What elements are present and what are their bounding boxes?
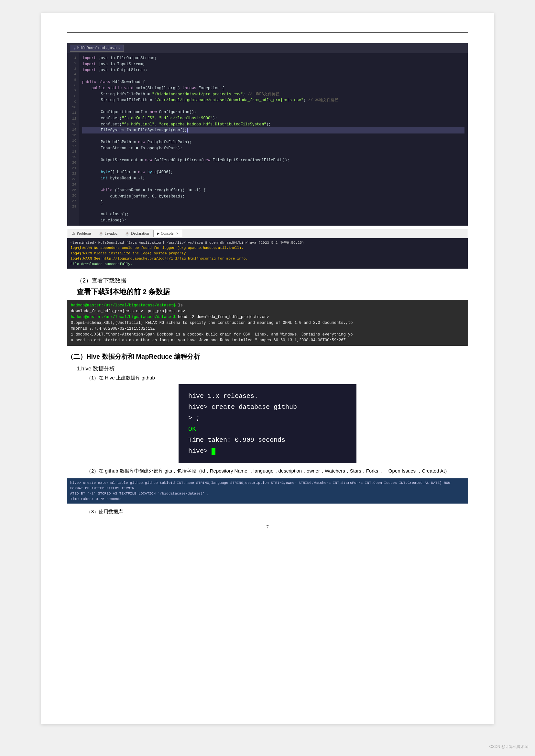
- section-h2: （二）Hive 数据分析和 MapReduce 编程分析: [67, 352, 468, 361]
- hive-h4-1: （1）在 Hive 上建数据库 github: [86, 375, 468, 381]
- javadoc-icon: ☕: [99, 231, 103, 236]
- editor-tab-bar: ☕ HdfsDownload.java ✕: [67, 43, 468, 53]
- console-icon: ▶: [157, 231, 159, 236]
- console-line-3: log4j:WARN See http://logging.apache.org…: [70, 256, 465, 261]
- hive-line-4: OK: [188, 424, 347, 435]
- hive-line-5: Time taken: 0.909 seconds: [188, 435, 347, 446]
- tab-close-icon[interactable]: ✕: [118, 46, 120, 50]
- watermark: CSDN @计算机魔术师: [489, 744, 528, 749]
- tab-console-close[interactable]: ✕: [176, 232, 179, 235]
- small-terminal: hive> create external table github.githu…: [67, 478, 468, 503]
- hive-terminal: hive 1.x releases. hive> create database…: [179, 384, 356, 463]
- console-line-1: log4j:WARN No appenders could be found f…: [70, 245, 465, 251]
- hive-h3: 1.hive 数据分析: [77, 365, 468, 372]
- hive-line-1: hive 1.x releases.: [188, 391, 347, 402]
- hive-h4-3: （3）使用数据库: [86, 509, 468, 515]
- paragraph-1: （2）在 github 数据库中创建外部库 gits，包括字段（id，Repos…: [77, 466, 468, 475]
- small-terminal-line-2: ATED BY '\t' STORED AS TEXTFILE LOCATION…: [70, 491, 465, 497]
- console-line-2: log4j:WARN Please initialize the log4j s…: [70, 251, 465, 256]
- console-output: <terminated> HdfsDownload [Java Applicat…: [67, 238, 468, 269]
- section2-num: （2）查看下载数据: [77, 277, 468, 284]
- small-terminal-line-1: hive> create external table github.githu…: [70, 480, 465, 491]
- tab-console[interactable]: ▶ Console ✕: [153, 230, 182, 237]
- small-terminal-line-3: Time taken: 0.75 seconds: [70, 497, 465, 502]
- tab-problems[interactable]: ⚠ Problems: [69, 230, 95, 237]
- terminal-line-6: 1,docbook,XSLT,"Short-Attention-Span Doc…: [71, 332, 464, 338]
- terminal-1: hadoop@master:/usr/local/bigdatacase/dat…: [67, 300, 468, 346]
- terminal-line-5: mmorrls,7,7,4,0,2008-02-11T15:02:13Z: [71, 326, 464, 332]
- page-number: 7: [67, 525, 468, 533]
- eclipse-bottom-tabs: ⚠ Problems ☕ Javadoc ☕ Declaration ▶ Con…: [67, 229, 468, 238]
- terminal-line-3: hadoop@master:/usr/local/bigdatacase/dat…: [71, 314, 464, 320]
- declaration-icon: ☕: [125, 231, 130, 236]
- line-numbers: 12345 678910 1112131415 1617181920 21222…: [67, 53, 79, 226]
- tab-javadoc[interactable]: ☕ Javadoc: [96, 230, 121, 237]
- terminal-line-1: hadoop@master:/usr/local/bigdatacase/dat…: [71, 303, 464, 308]
- hive-line-6: hive>: [188, 446, 347, 457]
- tab-console-label: Console: [161, 231, 173, 236]
- code-editor: ☕ HdfsDownload.java ✕ 12345 678910 11121…: [67, 43, 468, 226]
- code-content: import java.io.FileOutputStream; import …: [79, 53, 468, 226]
- editor-tab-label: HdfsDownload.java: [77, 46, 117, 50]
- top-border: [67, 32, 468, 33]
- tab-javadoc-label: Javadoc: [105, 231, 117, 236]
- tab-problems-label: Problems: [77, 231, 91, 236]
- code-area: 12345 678910 1112131415 1617181920 21222…: [67, 53, 468, 226]
- tab-declaration-label: Declaration: [131, 231, 149, 236]
- terminal-line-2: downloda_from_hdfs_projects.csv pre_proj…: [71, 308, 464, 314]
- hive-line-3: > ;: [188, 413, 347, 424]
- editor-tab[interactable]: ☕ HdfsDownload.java ✕: [70, 44, 124, 52]
- terminal-line-4: 0,opml-schema,XSLT,(Unofficial) RELAX NG…: [71, 320, 464, 326]
- tab-declaration[interactable]: ☕ Declaration: [122, 230, 153, 237]
- section2-title: 查看下载到本地的前 2 条数据: [77, 287, 468, 297]
- problems-icon: ⚠: [72, 231, 75, 236]
- terminated-line: <terminated> HdfsDownload [Java Applicat…: [70, 240, 465, 246]
- java-file-icon: ☕: [73, 46, 76, 50]
- console-line-4: File downloaded successfully.: [70, 261, 465, 267]
- terminal-line-7: u need to get started as an author as lo…: [71, 338, 464, 343]
- hive-line-2: hive> create database github: [188, 402, 347, 413]
